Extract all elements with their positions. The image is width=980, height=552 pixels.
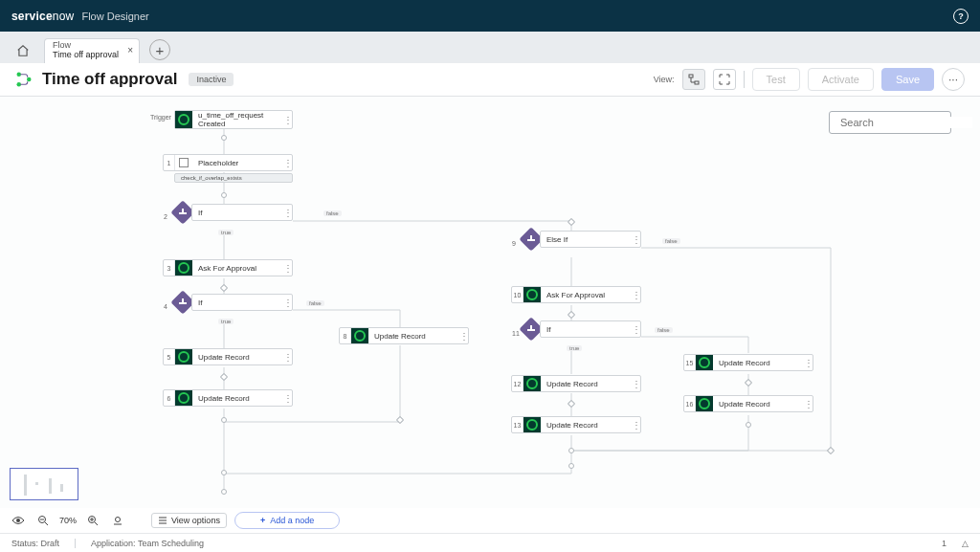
trigger-line1: u_time_off_request <box>198 111 278 120</box>
separator <box>75 539 76 548</box>
trigger-node[interactable]: u_time_off_request Created ⋮ <box>174 110 293 129</box>
flow-icon <box>15 71 33 88</box>
true-label: true <box>567 345 582 351</box>
node-10-ask-approval[interactable]: 10 Ask For Approval ⋮ <box>511 286 641 303</box>
false-label: false <box>662 238 680 244</box>
true-label: true <box>218 230 234 235</box>
node-9-elseif-diamond[interactable] <box>523 231 540 248</box>
svg-rect-3 <box>689 75 693 77</box>
node-5-update-record[interactable]: 5 Update Record ⋮ <box>163 348 293 365</box>
node-4-if[interactable]: If ⋮ <box>191 294 293 311</box>
zoom-out-icon <box>37 515 49 526</box>
node-6-update-record[interactable]: 6 Update Record ⋮ <box>163 389 293 407</box>
home-icon <box>16 44 30 57</box>
activate-button[interactable]: Activate <box>808 68 874 91</box>
node-menu-icon[interactable]: ⋮ <box>805 355 813 370</box>
false-label: false <box>655 327 673 333</box>
status-pill: Inactive <box>189 73 234 86</box>
svg-point-2 <box>27 77 32 82</box>
zoom-out-button[interactable] <box>34 513 52 528</box>
save-button[interactable]: Save <box>881 68 934 91</box>
view-options-button[interactable]: View options <box>151 513 227 528</box>
add-tab-button[interactable]: + <box>149 39 170 60</box>
view-flow-diagram-button[interactable] <box>682 69 705 90</box>
node-3-ask-approval[interactable]: 3 Ask For Approval ⋮ <box>163 259 293 276</box>
true-label: true <box>218 319 234 324</box>
zoom-in-button[interactable] <box>84 513 101 528</box>
canvas-bottom-controls: 70% View options + Add a node <box>0 508 980 533</box>
node-1-placeholder[interactable]: 1 Placeholder ⋮ <box>163 154 293 171</box>
node-2-if[interactable]: If ⋮ <box>191 204 293 221</box>
trigger-line2: Created <box>198 120 278 128</box>
svg-point-9 <box>116 518 121 522</box>
zoom-in-icon <box>87 515 99 526</box>
subflow-chip[interactable]: check_if_overlap_exists <box>174 173 293 183</box>
test-button[interactable]: Test <box>752 68 800 91</box>
brand-logo: servicenow <box>11 10 74 23</box>
node-menu-icon[interactable]: ⋮ <box>284 295 292 310</box>
svg-rect-4 <box>695 81 699 84</box>
node-menu-icon[interactable]: ⋮ <box>633 287 640 302</box>
flow-canvas[interactable]: Trigger u_time_off_request Created ⋮ 1 P… <box>0 97 980 533</box>
top-navbar: servicenow Flow Designer ? <box>0 0 980 32</box>
app-name: Flow Designer <box>81 11 148 22</box>
warning-icon[interactable]: △ <box>962 539 969 548</box>
add-node-button[interactable]: + Add a node <box>234 512 340 529</box>
trigger-label: Trigger <box>150 114 171 121</box>
separator <box>744 71 745 88</box>
list-icon <box>158 516 167 525</box>
node-9-elseif[interactable]: Else If ⋮ <box>540 231 641 248</box>
close-icon[interactable]: × <box>127 45 133 55</box>
status-bar: Status: Draft Application: Team Scheduli… <box>0 533 980 552</box>
brand-suffix: now <box>53 10 75 23</box>
node-15-update-record[interactable]: 15 Update Record ⋮ <box>683 354 813 371</box>
node-menu-icon[interactable]: ⋮ <box>633 321 640 337</box>
flow-header: Time off approval Inactive View: Test Ac… <box>0 63 980 97</box>
application-text: Application: Team Scheduling <box>91 539 204 548</box>
diagram-icon <box>688 74 700 85</box>
warning-count[interactable]: 1 <box>942 539 947 548</box>
svg-point-6 <box>16 519 20 522</box>
false-label: false <box>306 300 324 306</box>
node-menu-icon[interactable]: ⋮ <box>284 349 292 364</box>
node-2-if-diamond[interactable] <box>174 204 191 221</box>
node-menu-icon[interactable]: ⋮ <box>284 390 292 406</box>
page-title: Time off approval <box>42 70 177 89</box>
node-menu-icon[interactable]: ⋮ <box>284 260 292 276</box>
fit-screen-button[interactable] <box>109 513 126 528</box>
node-menu-icon[interactable]: ⋮ <box>284 111 292 128</box>
view-label: View: <box>654 75 675 84</box>
false-label: false <box>323 210 342 216</box>
node-12-update-record[interactable]: 12 Update Record ⋮ <box>511 375 641 392</box>
node-4-if-diamond[interactable] <box>174 294 191 311</box>
node-menu-icon[interactable]: ⋮ <box>805 396 813 411</box>
node-8-update-record[interactable]: 8 Update Record ⋮ <box>339 327 469 344</box>
zoom-percentage: 70% <box>59 516 77 525</box>
help-button[interactable]: ? <box>953 9 969 24</box>
tab-row: Flow Time off approval × + <box>0 32 980 63</box>
node-menu-icon[interactable]: ⋮ <box>633 232 640 247</box>
status-text: Status: Draft <box>11 539 59 548</box>
view-expand-button[interactable] <box>713 69 736 90</box>
node-11-if-diamond[interactable] <box>523 320 540 338</box>
minimap[interactable] <box>10 468 78 500</box>
more-actions-button[interactable]: ··· <box>942 68 965 91</box>
node-menu-icon[interactable]: ⋮ <box>284 205 292 220</box>
tab-name: Time off approval <box>53 51 119 60</box>
node-11-if[interactable]: If ⋮ <box>540 320 641 338</box>
home-tab[interactable] <box>8 38 38 63</box>
node-16-update-record[interactable]: 16 Update Record ⋮ <box>683 395 813 412</box>
brand-prefix: service <box>11 10 53 23</box>
eye-icon <box>11 516 25 525</box>
toggle-preview-button[interactable] <box>10 513 27 528</box>
node-menu-icon[interactable]: ⋮ <box>460 328 468 343</box>
flow-tab[interactable]: Flow Time off approval × <box>44 38 140 63</box>
fit-icon <box>112 515 123 526</box>
node-menu-icon[interactable]: ⋮ <box>284 155 292 170</box>
node-menu-icon[interactable]: ⋮ <box>633 417 640 432</box>
node-menu-icon[interactable]: ⋮ <box>633 376 640 391</box>
expand-icon <box>719 74 730 85</box>
node-13-update-record[interactable]: 13 Update Record ⋮ <box>511 416 641 433</box>
